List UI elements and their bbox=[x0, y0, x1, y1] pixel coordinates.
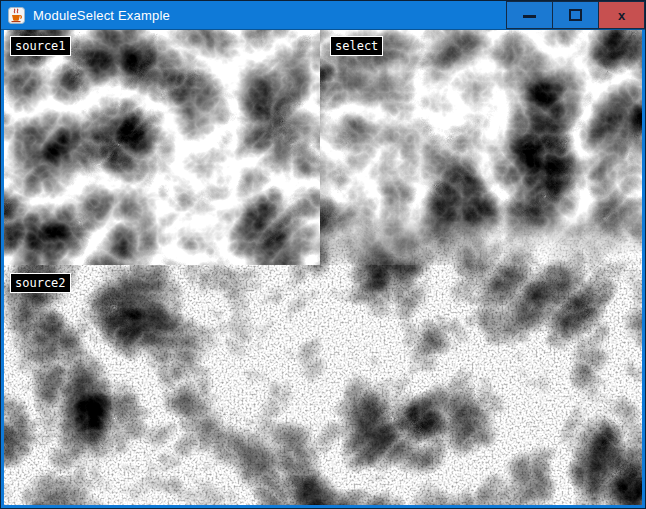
java-coffee-cup-icon bbox=[8, 7, 25, 24]
label-source2: source2 bbox=[10, 273, 71, 293]
label-select: select bbox=[330, 36, 383, 56]
noise-render-canvas: source1 select source2 bbox=[4, 30, 642, 505]
noise-textures bbox=[4, 30, 642, 505]
minimize-icon bbox=[523, 15, 536, 18]
minimize-button[interactable] bbox=[506, 1, 553, 29]
source1-noise-image bbox=[4, 30, 320, 265]
close-icon: x bbox=[618, 9, 625, 22]
window-controls: x bbox=[507, 1, 645, 29]
titlebar[interactable]: ModuleSelect Example x bbox=[1, 1, 645, 30]
app-window: ModuleSelect Example x bbox=[0, 0, 646, 509]
source2-noise-image bbox=[4, 265, 642, 505]
close-button[interactable]: x bbox=[598, 1, 645, 29]
window-title: ModuleSelect Example bbox=[33, 8, 170, 23]
maximize-icon bbox=[569, 9, 582, 21]
maximize-button[interactable] bbox=[552, 1, 599, 29]
label-source1: source1 bbox=[10, 36, 71, 56]
select-transition-texture bbox=[320, 215, 642, 265]
